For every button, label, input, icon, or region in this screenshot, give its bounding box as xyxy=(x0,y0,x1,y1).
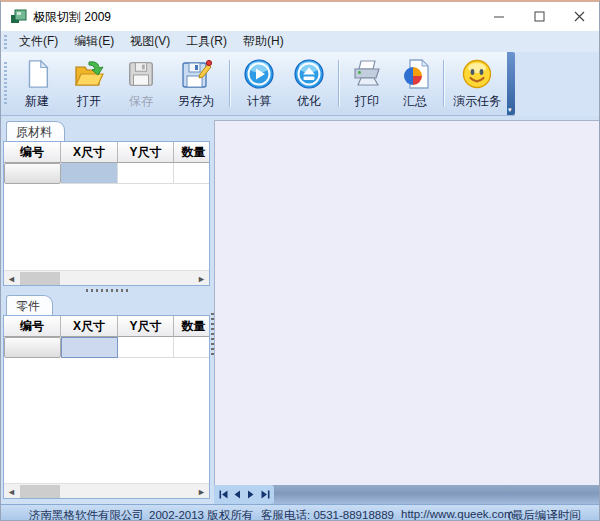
focused-cell[interactable] xyxy=(61,337,118,358)
toolbar-separator xyxy=(443,60,444,107)
scroll-right-icon[interactable]: ► xyxy=(194,484,209,499)
scroll-right-icon[interactable]: ► xyxy=(194,271,209,286)
toolbar-grip[interactable] xyxy=(4,62,7,106)
print-button[interactable]: 打印 xyxy=(343,52,391,115)
parts-panel: 零件 编号 X尺寸 Y尺寸 数量 ◄ ► xyxy=(3,295,210,499)
materials-panel: 原材料 编号 X尺寸 Y尺寸 数量 ◄ ► xyxy=(3,121,210,286)
selected-cell[interactable] xyxy=(61,163,118,184)
demo-smiley-icon xyxy=(460,57,494,91)
nav-next-icon[interactable] xyxy=(246,490,256,500)
table-row xyxy=(4,337,209,358)
open-folder-icon xyxy=(72,57,106,91)
nav-first-icon[interactable] xyxy=(218,490,228,500)
toolbar: 新建 打开 xyxy=(1,52,515,116)
row-header-cell[interactable] xyxy=(4,337,61,358)
column-header-x[interactable]: X尺寸 xyxy=(61,142,118,163)
optimize-eject-icon xyxy=(292,57,326,91)
scroll-left-icon[interactable]: ◄ xyxy=(4,484,19,499)
save-as-button[interactable]: 另存为 xyxy=(167,52,225,115)
save-floppy-icon xyxy=(124,57,158,91)
column-header-x[interactable]: X尺寸 xyxy=(61,316,118,337)
tab-parts[interactable]: 零件 xyxy=(6,295,53,315)
toolbar-button-label: 汇总 xyxy=(403,93,427,110)
toolbar-button-label: 保存 xyxy=(129,93,153,110)
nav-previous-icon[interactable] xyxy=(232,490,242,500)
scroll-left-icon[interactable]: ◄ xyxy=(4,271,19,286)
maximize-button[interactable] xyxy=(519,2,559,31)
materials-grid: 编号 X尺寸 Y尺寸 数量 ◄ ► xyxy=(3,141,210,286)
optimize-button[interactable]: 优化 xyxy=(284,52,334,115)
toolbar-button-label: 优化 xyxy=(297,93,321,110)
column-header-id[interactable]: 编号 xyxy=(4,142,61,163)
toolbar-button-label: 演示任务 xyxy=(453,93,501,110)
column-header-qty[interactable]: 数量 xyxy=(174,142,210,163)
tab-materials[interactable]: 原材料 xyxy=(6,121,65,141)
toolbar-separator xyxy=(229,60,230,107)
row-header-cell[interactable] xyxy=(4,163,61,184)
toolbar-zone: 新建 打开 xyxy=(1,52,599,116)
titlebar: 极限切割 2009 xyxy=(1,2,599,31)
toolbar-button-label: 另存为 xyxy=(178,93,214,110)
demo-task-button[interactable]: 演示任务 xyxy=(448,52,506,115)
horizontal-scrollbar[interactable]: ◄ ► xyxy=(4,270,209,285)
column-header-y[interactable]: Y尺寸 xyxy=(118,316,174,337)
grid-cell[interactable] xyxy=(118,163,174,184)
menu-item-file[interactable]: 文件(F) xyxy=(11,30,66,53)
menu-item-edit[interactable]: 编辑(E) xyxy=(66,30,122,53)
horizontal-splitter[interactable] xyxy=(3,286,210,295)
toolbar-separator xyxy=(338,60,339,107)
app-window: 极限切割 2009 文件(F) 编辑(E) 视图(V) 工具(R) 帮助(H) xyxy=(0,0,600,521)
navigator-strip xyxy=(214,485,600,504)
status-build-note: (最后编译时间 xyxy=(508,508,581,521)
toolbar-button-label: 打开 xyxy=(77,93,101,110)
close-button[interactable] xyxy=(559,2,599,31)
status-phone: 客服电话: 0531-88918889 xyxy=(261,508,394,521)
calculate-play-icon xyxy=(242,57,276,91)
window-title: 极限切割 2009 xyxy=(33,9,111,26)
column-header-y[interactable]: Y尺寸 xyxy=(118,142,174,163)
status-company: 济南黑格软件有限公司 xyxy=(29,508,144,521)
table-row xyxy=(4,163,209,184)
menu-bar: 文件(F) 编辑(E) 视图(V) 工具(R) 帮助(H) xyxy=(1,31,599,52)
grid-cell[interactable] xyxy=(118,337,174,358)
toolbar-button-label: 新建 xyxy=(25,93,49,110)
open-button[interactable]: 打开 xyxy=(63,52,115,115)
menu-grip[interactable] xyxy=(4,35,7,49)
status-copyright: 2002-2013 版权所有 xyxy=(149,508,253,521)
record-navigator xyxy=(214,485,274,504)
menu-item-help[interactable]: 帮助(H) xyxy=(235,30,292,53)
save-button[interactable]: 保存 xyxy=(115,52,167,115)
layout-canvas xyxy=(214,120,600,485)
splitter-grip[interactable] xyxy=(86,289,128,292)
menu-item-view[interactable]: 视图(V) xyxy=(122,30,178,53)
new-document-icon xyxy=(20,57,54,91)
scrollbar-thumb[interactable] xyxy=(20,485,60,498)
status-bar: 济南黑格软件有限公司 2002-2013 版权所有 客服电话: 0531-889… xyxy=(1,504,600,521)
summary-pie-icon xyxy=(398,57,432,91)
status-website: http://www.queek.com xyxy=(401,508,514,520)
column-header-qty[interactable]: 数量 xyxy=(174,316,210,337)
save-as-icon xyxy=(179,57,213,91)
toolbar-button-label: 计算 xyxy=(247,93,271,110)
parts-header-row: 编号 X尺寸 Y尺寸 数量 xyxy=(4,316,209,337)
calculate-button[interactable]: 计算 xyxy=(234,52,284,115)
summary-button[interactable]: 汇总 xyxy=(391,52,439,115)
horizontal-scrollbar[interactable]: ◄ ► xyxy=(4,483,209,498)
column-header-id[interactable]: 编号 xyxy=(4,316,61,337)
materials-header-row: 编号 X尺寸 Y尺寸 数量 xyxy=(4,142,209,163)
toolbar-overflow-chevron-icon[interactable]: ▾ xyxy=(507,52,515,115)
parts-grid: 编号 X尺寸 Y尺寸 数量 ◄ ► xyxy=(3,315,210,499)
cutting-blocks-icon xyxy=(10,8,27,25)
minimize-button[interactable] xyxy=(479,2,519,31)
nav-last-icon[interactable] xyxy=(260,490,270,500)
printer-icon xyxy=(350,57,384,91)
menu-item-tools[interactable]: 工具(R) xyxy=(178,30,235,53)
new-button[interactable]: 新建 xyxy=(11,52,63,115)
grid-cell[interactable] xyxy=(174,337,210,358)
toolbar-button-label: 打印 xyxy=(355,93,379,110)
grid-cell[interactable] xyxy=(174,163,210,184)
scrollbar-thumb[interactable] xyxy=(20,272,60,285)
